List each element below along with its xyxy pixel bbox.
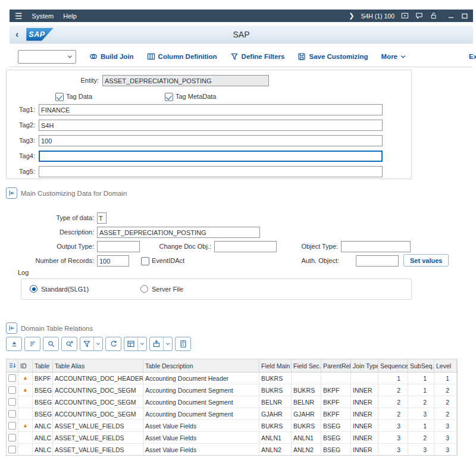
col-field-sec[interactable]: Field Sec.: [292, 359, 321, 372]
cell-field-main: BUKRS: [259, 420, 292, 431]
columns-icon: [147, 52, 155, 61]
change-doc-field[interactable]: [214, 241, 277, 252]
refresh-button[interactable]: [105, 337, 121, 351]
table-row[interactable]: ▲ BSEG ACCOUNTING_DOC_SEGM Accounting Do…: [7, 396, 457, 408]
col-parentrel[interactable]: ParentRel: [321, 359, 351, 372]
row-checkbox[interactable]: [8, 410, 16, 418]
auth-object-field[interactable]: [356, 255, 399, 267]
cell-table: BKPF: [33, 372, 53, 384]
cell-table-description: Accounting Document Header: [143, 372, 259, 384]
maximize-icon[interactable]: [461, 12, 468, 20]
exit-button[interactable]: Exit: [469, 53, 476, 60]
col-id[interactable]: ID: [18, 359, 33, 372]
layout-combobox[interactable]: [18, 50, 76, 64]
table-row[interactable]: ▲ BSEG ACCOUNTING_DOC_SEGM Accounting Do…: [7, 408, 457, 420]
tag-data-checkbox[interactable]: [55, 93, 64, 101]
row-checkbox[interactable]: [8, 386, 16, 394]
views-button[interactable]: [124, 337, 147, 351]
table-row[interactable]: ▲ ANLC ASSET_VALUE_FIELDS Asset Value Fi…: [7, 444, 457, 455]
col-table-alias[interactable]: Table Alias: [53, 359, 143, 372]
cell-subseq: 2: [408, 432, 434, 443]
log-serverfile-radio[interactable]: [140, 285, 148, 293]
cell-table: ANLC: [33, 432, 53, 443]
select-all-icon[interactable]: [7, 359, 18, 372]
tag2-field[interactable]: [39, 120, 383, 131]
row-checkbox[interactable]: [8, 434, 16, 441]
minimize-icon[interactable]: [447, 12, 455, 20]
define-filters-button[interactable]: Define Filters: [230, 52, 285, 61]
table-view-icon: [124, 337, 137, 350]
row-checkbox[interactable]: [8, 374, 16, 382]
col-field-main[interactable]: Field Main: [259, 359, 292, 372]
chevron-down-icon[interactable]: [163, 337, 172, 350]
sort-ascending-button[interactable]: [6, 337, 22, 351]
col-join-type[interactable]: Join Type: [351, 359, 378, 372]
layout-button[interactable]: [175, 337, 191, 351]
cell-subseq: 1: [408, 420, 434, 431]
system-info: S4H (1) 100: [361, 12, 394, 20]
object-type-field[interactable]: [341, 241, 411, 252]
log-standard-radio[interactable]: [30, 285, 37, 293]
cell-parentrel: [321, 372, 351, 384]
cell-join-type: INNER: [351, 420, 378, 431]
col-table[interactable]: Table: [33, 359, 53, 372]
menu-system[interactable]: System: [32, 12, 54, 20]
section-title: Domain Table Relations: [21, 325, 93, 332]
col-sequence[interactable]: Sequence: [378, 359, 408, 372]
set-values-button[interactable]: Set values: [403, 254, 449, 267]
chevron-down-icon[interactable]: [93, 337, 102, 350]
menu-help[interactable]: Help: [63, 12, 77, 20]
relations-table: ID Table Table Alias Table Description F…: [6, 359, 458, 456]
export-button[interactable]: [149, 337, 173, 351]
tag3-label: Tag3:: [7, 137, 35, 144]
new-window-icon[interactable]: [401, 12, 409, 20]
row-checkbox[interactable]: [8, 422, 16, 430]
cell-level: 3: [434, 444, 457, 455]
sort-descending-button[interactable]: [24, 337, 40, 351]
cell-table-alias: ACCOUNTING_DOC_HEADER: [53, 372, 143, 384]
tag5-field[interactable]: [39, 166, 383, 177]
save-customizing-button[interactable]: Save Customizing: [298, 52, 368, 61]
join-icon: [89, 52, 98, 61]
cell-sequence: 2: [378, 396, 408, 408]
unlock-icon[interactable]: [430, 12, 437, 20]
section-toggle-icon[interactable]: [6, 187, 17, 199]
more-button[interactable]: More: [381, 53, 406, 60]
section-toggle-icon[interactable]: [6, 322, 17, 334]
chevron-right-icon[interactable]: ❯: [349, 12, 354, 20]
tag-metadata-checkbox[interactable]: [165, 93, 173, 101]
col-subseq[interactable]: SubSeq.: [408, 359, 434, 372]
tag1-field[interactable]: [39, 104, 383, 115]
table-row[interactable]: ▲ BSEG ACCOUNTING_DOC_SEGM Accounting Do…: [7, 384, 457, 396]
table-row[interactable]: ▲ ANLC ASSET_VALUE_FIELDS Asset Value Fi…: [7, 432, 457, 444]
tag3-field[interactable]: [39, 135, 383, 146]
table-row[interactable]: ▲ BKPF ACCOUNTING_DOC_HEADER Accounting …: [7, 372, 457, 384]
row-checkbox[interactable]: [8, 446, 16, 453]
col-table-description[interactable]: Table Description: [143, 359, 259, 372]
eventidact-checkbox[interactable]: [141, 257, 149, 265]
find-button[interactable]: [43, 337, 59, 351]
build-join-button[interactable]: Build Join: [89, 52, 134, 61]
column-definition-button[interactable]: Column Definition: [147, 52, 217, 61]
column-definition-label: Column Definition: [158, 53, 217, 60]
hamburger-menu-icon[interactable]: ☰: [15, 12, 23, 20]
cell-parentrel: BSEG: [321, 420, 351, 431]
cell-table-alias: ASSET_VALUE_FIELDS: [53, 444, 143, 455]
chat-icon[interactable]: [415, 12, 423, 20]
back-button[interactable]: ‹: [15, 30, 18, 39]
cell-subseq: 3: [408, 444, 434, 455]
description-field[interactable]: [97, 227, 260, 238]
tag4-field[interactable]: [39, 151, 383, 162]
col-level[interactable]: Level: [434, 359, 457, 372]
cell-field-sec: ANLN1: [292, 432, 321, 443]
row-checkbox[interactable]: [8, 398, 16, 406]
cell-table-description: Accounting Document Segment: [143, 384, 259, 396]
type-of-data-field[interactable]: [97, 212, 107, 224]
table-row[interactable]: ▲ ANLC ASSET_VALUE_FIELDS Asset Value Fi…: [7, 420, 457, 432]
output-type-field[interactable]: [97, 241, 140, 252]
chevron-down-icon[interactable]: [137, 337, 146, 350]
filter-button[interactable]: [80, 337, 103, 351]
entity-field[interactable]: [102, 75, 269, 86]
number-of-records-field[interactable]: [97, 255, 129, 267]
find-next-button[interactable]: [61, 337, 77, 351]
